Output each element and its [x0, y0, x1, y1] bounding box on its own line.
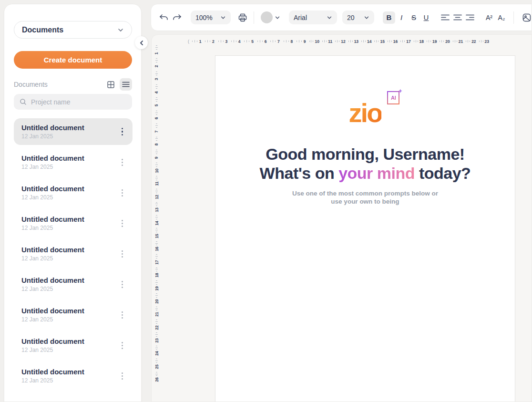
document-list-item[interactable]: Untitled document 12 Jan 2025 [14, 179, 133, 206]
redo-icon[interactable] [171, 11, 183, 24]
document-title: Untitled document [21, 246, 119, 254]
align-center-icon[interactable] [451, 11, 464, 24]
document-item-text: Untitled document 12 Jan 2025 [21, 154, 119, 170]
zio-logo-text: zio [349, 98, 382, 128]
list-view-icon[interactable] [120, 78, 132, 91]
document-list-item[interactable]: Untitled document 12 Jan 2025 [14, 240, 133, 267]
vertical-ruler: 1234567891011121314151617181920212223242… [153, 44, 160, 402]
document-title: Untitled document [21, 185, 119, 193]
document-item-text: Untitled document 12 Jan 2025 [21, 246, 119, 262]
document-item-text: Untitled document 12 Jan 2025 [21, 337, 119, 353]
document-item-text: Untitled document 12 Jan 2025 [21, 307, 119, 323]
horizontal-ruler: (1234567891011121314151617181920212223 [188, 38, 491, 44]
sidebar: Documents Create document Documents Unti… [4, 4, 142, 402]
search-box[interactable] [14, 94, 132, 110]
greeting-subtitle: Use one of the most common prompts below… [215, 189, 515, 206]
document-date: 12 Jan 2025 [21, 225, 119, 231]
kebab-menu-icon[interactable] [119, 187, 126, 198]
kebab-menu-icon[interactable] [119, 309, 126, 320]
sidebar-collapse-button[interactable] [135, 36, 148, 49]
document-item-text: Untitled document 12 Jan 2025 [21, 124, 119, 140]
kebab-menu-icon[interactable] [119, 157, 126, 168]
document-title: Untitled document [21, 368, 119, 376]
collection-selector[interactable]: Documents [14, 21, 132, 39]
zoom-value: 100% [195, 14, 213, 21]
editor-canvas: (1234567891011121314151617181920212223 1… [151, 34, 532, 402]
ai-badge-icon: AI + [387, 91, 399, 104]
color-swatch[interactable] [260, 11, 273, 24]
greeting-heading: Good morning, Username! What's on your m… [215, 144, 515, 183]
document-item-text: Untitled document 12 Jan 2025 [21, 185, 119, 201]
document-date: 12 Jan 2025 [21, 194, 119, 201]
document-title: Untitled document [21, 154, 119, 162]
document-date: 12 Jan 2025 [21, 133, 119, 140]
kebab-menu-icon[interactable] [119, 279, 126, 290]
italic-button[interactable]: I [395, 11, 408, 24]
undo-icon[interactable] [157, 11, 170, 24]
document-date: 12 Jan 2025 [21, 377, 119, 384]
document-date: 12 Jan 2025 [21, 286, 119, 292]
document-list-item[interactable]: Untitled document 12 Jan 2025 [14, 118, 133, 145]
document-title: Untitled document [21, 337, 119, 345]
formatting-toolbar: 100% Arial 20 B I S U A² A₂ [151, 4, 532, 31]
print-icon[interactable] [236, 11, 249, 24]
search-icon [20, 98, 27, 105]
documents-section-label: Documents [14, 81, 102, 88]
align-right-icon[interactable] [464, 11, 476, 24]
subscript-button[interactable]: A₂ [495, 11, 508, 24]
align-left-icon[interactable] [439, 11, 451, 24]
document-list: Untitled document 12 Jan 2025 Untitled d… [14, 118, 133, 393]
document-list-item[interactable]: Untitled document 12 Jan 2025 [14, 271, 133, 298]
documents-section-header: Documents [14, 78, 132, 91]
greeting-line2: What's on your mind today? [215, 164, 515, 183]
document-list-item[interactable]: Untitled document 12 Jan 2025 [14, 210, 133, 237]
bold-button[interactable]: B [383, 11, 395, 24]
document-item-text: Untitled document 12 Jan 2025 [21, 215, 119, 231]
font-size-value: 20 [347, 14, 355, 21]
kebab-menu-icon[interactable] [119, 126, 126, 138]
kebab-menu-icon[interactable] [119, 248, 126, 259]
sparkle-plus-icon: + [399, 88, 402, 94]
grid-view-icon[interactable] [104, 78, 117, 91]
kebab-menu-icon[interactable] [119, 340, 126, 351]
create-document-button[interactable]: Create document [14, 51, 132, 69]
zio-logo: zio AI + [349, 100, 382, 126]
underline-button[interactable]: U [420, 11, 432, 24]
document-item-text: Untitled document 12 Jan 2025 [21, 368, 119, 384]
document-list-item[interactable]: Untitled document 12 Jan 2025 [14, 149, 133, 175]
document-date: 12 Jan 2025 [21, 164, 119, 170]
document-date: 12 Jan 2025 [21, 255, 119, 262]
kebab-menu-icon[interactable] [119, 371, 126, 381]
document-list-item[interactable]: Untitled document 12 Jan 2025 [14, 332, 133, 359]
document-page[interactable]: zio AI + Good morning, Username! What's … [215, 55, 515, 402]
search-input[interactable] [31, 98, 122, 106]
document-list-item[interactable]: Untitled document 12 Jan 2025 [14, 301, 133, 328]
font-family-value: Arial [294, 14, 307, 21]
document-date: 12 Jan 2025 [21, 316, 119, 323]
greeting-highlight: your mind [338, 164, 415, 182]
font-family-select[interactable]: Arial [289, 10, 337, 24]
greeting-line1: Good morning, Username! [215, 144, 515, 164]
document-list-item[interactable]: Untitled document 12 Jan 2025 [14, 362, 133, 389]
document-date: 12 Jan 2025 [21, 347, 119, 353]
document-title: Untitled document [21, 276, 119, 284]
collection-selector-value: Documents [22, 26, 117, 34]
font-size-select[interactable]: 20 [342, 10, 374, 24]
document-title: Untitled document [21, 307, 119, 315]
strikethrough-button[interactable]: S [408, 11, 420, 24]
color-chevron-down-icon[interactable] [275, 15, 280, 21]
superscript-button[interactable]: A² [483, 11, 495, 24]
insert-image-icon[interactable] [521, 11, 532, 24]
document-item-text: Untitled document 12 Jan 2025 [21, 276, 119, 292]
kebab-menu-icon[interactable] [119, 218, 126, 229]
document-title: Untitled document [21, 124, 119, 132]
document-title: Untitled document [21, 215, 119, 223]
zoom-select[interactable]: 100% [191, 10, 231, 24]
chevron-down-icon [117, 27, 124, 33]
